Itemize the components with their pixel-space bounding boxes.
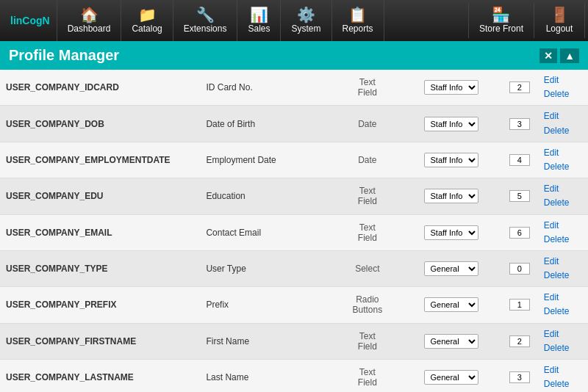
nav-reports-label: Reports <box>343 23 373 34</box>
field-actions: EditDelete <box>538 323 588 359</box>
field-type: TextField <box>334 323 401 359</box>
group-select[interactable]: GeneralStaff Info <box>424 261 478 276</box>
delete-link[interactable]: Delete <box>544 160 582 174</box>
field-label: Prefix <box>200 287 334 323</box>
group-select[interactable]: Staff InfoGeneral <box>424 225 478 240</box>
delete-link[interactable]: Delete <box>544 377 582 391</box>
field-group[interactable]: Staff InfoGeneral <box>401 214 501 250</box>
edit-link[interactable]: Edit <box>544 182 582 196</box>
nav-extensions[interactable]: 🔧 Extensions <box>173 0 238 41</box>
field-label: Education <box>200 178 334 214</box>
group-select[interactable]: Staff InfoGeneral <box>424 189 478 203</box>
order-input[interactable] <box>509 154 530 166</box>
expand-button[interactable]: ▲ <box>560 48 579 63</box>
nav-logout[interactable]: 🚪 Logout <box>534 3 585 38</box>
field-order[interactable] <box>501 287 538 323</box>
field-order[interactable] <box>501 214 538 250</box>
field-key: USER_COMPANY_EMPLOYMENTDATE <box>0 142 200 178</box>
header-controls: ✕ ▲ <box>539 48 579 63</box>
field-key: USER_COMPANY_EDU <box>0 178 200 214</box>
field-type: TextField <box>334 70 401 106</box>
table-row: USER_COMPANY_FIRSTNAME First Name TextFi… <box>0 323 588 359</box>
extensions-icon: 🔧 <box>196 7 215 22</box>
group-select[interactable]: Staff InfoGeneral <box>424 153 478 167</box>
nav-system[interactable]: ⚙️ System <box>280 0 331 41</box>
field-order[interactable] <box>501 323 538 359</box>
edit-link[interactable]: Edit <box>544 255 582 269</box>
field-order[interactable] <box>501 360 538 393</box>
edit-link[interactable]: Edit <box>544 291 582 305</box>
field-key: USER_COMPANY_IDCARD <box>0 70 200 106</box>
field-order[interactable] <box>501 142 538 178</box>
app-logo: linCogN <box>3 15 57 26</box>
edit-link[interactable]: Edit <box>544 363 582 377</box>
field-order[interactable] <box>501 106 538 142</box>
group-select[interactable]: GeneralStaff Info <box>424 370 478 385</box>
order-input[interactable] <box>509 118 530 130</box>
field-order[interactable] <box>501 70 538 106</box>
field-type: RadioButtons <box>334 287 401 323</box>
group-select[interactable]: GeneralStaff Info <box>424 334 478 349</box>
profile-table: USER_COMPANY_IDCARD ID Card No. TextFiel… <box>0 70 588 392</box>
nav-sales[interactable]: 📊 Sales <box>237 0 281 41</box>
nav-storefront[interactable]: 🏪 Store Front <box>468 3 534 38</box>
nav-reports[interactable]: 📋 Reports <box>331 0 384 41</box>
field-actions: EditDelete <box>538 214 588 250</box>
order-input[interactable] <box>509 190 530 202</box>
field-group[interactable]: Staff InfoGeneral <box>401 70 501 106</box>
field-group[interactable]: Staff InfoGeneral <box>401 142 501 178</box>
field-type: TextField <box>334 178 401 214</box>
edit-link[interactable]: Edit <box>544 146 582 160</box>
field-group[interactable]: GeneralStaff Info <box>401 287 501 323</box>
delete-link[interactable]: Delete <box>544 305 582 319</box>
table-row: USER_COMPANY_TYPE User Type Select Gener… <box>0 250 588 286</box>
delete-link[interactable]: Delete <box>544 196 582 210</box>
delete-link[interactable]: Delete <box>544 341 582 355</box>
order-input[interactable] <box>509 371 530 383</box>
field-group[interactable]: GeneralStaff Info <box>401 360 501 393</box>
edit-link[interactable]: Edit <box>544 109 582 123</box>
order-input[interactable] <box>509 263 530 275</box>
field-order[interactable] <box>501 178 538 214</box>
field-group[interactable]: GeneralStaff Info <box>401 323 501 359</box>
field-actions: EditDelete <box>538 287 588 323</box>
nav-catalog-label: Catalog <box>132 23 162 34</box>
field-label: Employment Date <box>200 142 334 178</box>
field-key: USER_COMPANY_FIRSTNAME <box>0 323 200 359</box>
order-input[interactable] <box>509 227 530 239</box>
field-key: USER_COMPANY_EMAIL <box>0 214 200 250</box>
nav-system-label: System <box>291 23 320 34</box>
field-group[interactable]: Staff InfoGeneral <box>401 106 501 142</box>
group-select[interactable]: Staff InfoGeneral <box>424 80 478 95</box>
table-row: USER_COMPANY_EMPLOYMENTDATE Employment D… <box>0 142 588 178</box>
field-key: USER_COMPANY_PREFIX <box>0 287 200 323</box>
nav-dashboard[interactable]: 🏠 Dashboard <box>57 0 122 41</box>
field-order[interactable] <box>501 250 538 286</box>
nav-catalog[interactable]: 📁 Catalog <box>121 0 173 41</box>
edit-link[interactable]: Edit <box>544 219 582 233</box>
field-actions: EditDelete <box>538 106 588 142</box>
field-label: Last Name <box>200 360 334 393</box>
table-row: USER_COMPANY_EMAIL Contact Email TextFie… <box>0 214 588 250</box>
field-actions: EditDelete <box>538 250 588 286</box>
field-group[interactable]: GeneralStaff Info <box>401 250 501 286</box>
order-input[interactable] <box>509 335 530 347</box>
edit-link[interactable]: Edit <box>544 73 582 87</box>
field-group[interactable]: Staff InfoGeneral <box>401 178 501 214</box>
edit-link[interactable]: Edit <box>544 327 582 341</box>
delete-link[interactable]: Delete <box>544 233 582 247</box>
field-type: Select <box>334 250 401 286</box>
group-select[interactable]: GeneralStaff Info <box>424 297 478 312</box>
delete-link[interactable]: Delete <box>544 124 582 138</box>
table-row: USER_COMPANY_PREFIX Prefix RadioButtons … <box>0 287 588 323</box>
page-title: Profile Manager <box>9 47 119 64</box>
order-input[interactable] <box>509 81 530 93</box>
close-button[interactable]: ✕ <box>539 48 557 63</box>
order-input[interactable] <box>509 299 530 311</box>
delete-link[interactable]: Delete <box>544 269 582 283</box>
delete-link[interactable]: Delete <box>544 87 582 101</box>
field-type: TextField <box>334 360 401 393</box>
field-key: USER_COMPANY_LASTNAME <box>0 360 200 393</box>
group-select[interactable]: Staff InfoGeneral <box>424 117 478 131</box>
field-actions: EditDelete <box>538 178 588 214</box>
